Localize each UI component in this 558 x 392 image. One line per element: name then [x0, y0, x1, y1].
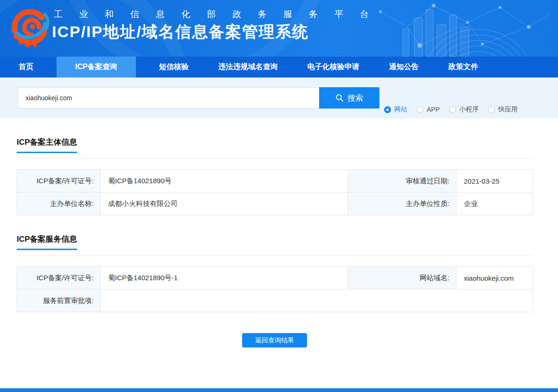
- pre-approval-label: 服务前置审批项:: [17, 289, 101, 312]
- nav-item-sms-verify[interactable]: 短信核验: [153, 57, 195, 77]
- service-license-value: 蜀ICP备14021890号-1: [101, 267, 348, 289]
- subject-section-header: ICP备案主体信息: [17, 137, 532, 159]
- radio-label-website: 网站: [394, 105, 407, 114]
- ministry-platform-title: 工业和信息化部政务服务平台: [54, 8, 385, 20]
- nav-item-notices[interactable]: 通知公告: [383, 57, 425, 77]
- radio-circle-quickapp: [488, 106, 495, 113]
- main-nav: 首页 ICP备案查询 短信核验 违法违规域名查询 电子化核验申请 通知公告 政策…: [0, 57, 558, 77]
- magnifier-icon: [335, 94, 344, 102]
- nav-item-policy-files[interactable]: 政策文件: [442, 57, 485, 77]
- search-section: 搜索 网站 APP 小程序 快应用: [0, 77, 558, 118]
- table-row: 主办单位名称: 成都小火科技有限公司 主办单位性质: 企业: [17, 193, 533, 215]
- system-title: ICP/IP地址/域名信息备案管理系统: [52, 21, 309, 43]
- main-content: ICP备案主体信息 ICP备案/许可证号: 蜀ICP备14021890号 审核通…: [17, 137, 532, 347]
- back-to-results-button[interactable]: 返回查询结果: [242, 333, 307, 347]
- nav-item-home[interactable]: 首页: [12, 57, 40, 77]
- website-domain-label: 网站域名:: [348, 267, 456, 289]
- search-button[interactable]: 搜索: [319, 87, 379, 109]
- miit-gear-logo-icon: [11, 3, 50, 53]
- website-domain-value: xiaohuokeji.com: [456, 267, 533, 289]
- radio-circle-website: [384, 106, 391, 113]
- search-type-radio-group: 网站 APP 小程序 快应用: [384, 105, 518, 114]
- organizer-nature-label: 主办单位性质:: [348, 193, 456, 215]
- service-section-title: ICP备案服务信息: [17, 234, 77, 250]
- subject-approve-date-label: 审核通过日期:: [348, 170, 456, 193]
- radio-label-miniprogram: 小程序: [459, 105, 479, 114]
- organizer-name-label: 主办单位名称:: [17, 193, 101, 215]
- footer-bar: [0, 388, 558, 392]
- subject-info-table: ICP备案/许可证号: 蜀ICP备14021890号 审核通过日期: 2021-…: [17, 169, 533, 215]
- organizer-nature-value: 企业: [456, 193, 533, 215]
- table-row: ICP备案/许可证号: 蜀ICP备14021890号-1 网站域名: xiaoh…: [17, 267, 533, 289]
- radio-option-website[interactable]: 网站: [384, 105, 407, 114]
- search-input[interactable]: [18, 87, 319, 109]
- table-row: ICP备案/许可证号: 蜀ICP备14021890号 审核通过日期: 2021-…: [17, 170, 533, 193]
- pre-approval-value: [101, 289, 533, 312]
- subject-license-label: ICP备案/许可证号:: [17, 170, 101, 193]
- subject-section-title: ICP备案主体信息: [17, 137, 77, 153]
- radio-circle-app: [417, 106, 423, 113]
- nav-item-icp-query[interactable]: ICP备案查询: [57, 57, 136, 77]
- page-header: 工业和信息化部政务服务平台 ICP/IP地址/域名信息备案管理系统: [0, 0, 558, 57]
- table-row: 服务前置审批项:: [17, 289, 533, 312]
- search-button-label: 搜索: [347, 93, 363, 103]
- subject-license-value: 蜀ICP备14021890号: [101, 170, 348, 193]
- service-info-table: ICP备案/许可证号: 蜀ICP备14021890号-1 网站域名: xiaoh…: [17, 266, 533, 312]
- service-license-label: ICP备案/许可证号:: [17, 267, 101, 289]
- radio-label-app: APP: [427, 106, 440, 113]
- nav-item-e-verify-apply[interactable]: 电子化核验申请: [301, 57, 366, 77]
- radio-option-quickapp[interactable]: 快应用: [488, 105, 518, 114]
- radio-option-app[interactable]: APP: [417, 106, 440, 113]
- radio-circle-miniprogram: [449, 106, 456, 113]
- subject-approve-date-value: 2021-03-25: [456, 170, 533, 193]
- radio-label-quickapp: 快应用: [498, 105, 518, 114]
- radio-option-miniprogram[interactable]: 小程序: [449, 105, 479, 114]
- nav-item-illegal-domain-query[interactable]: 违法违规域名查询: [212, 57, 284, 77]
- service-section-header: ICP备案服务信息: [17, 234, 532, 256]
- organizer-name-value: 成都小火科技有限公司: [101, 193, 348, 215]
